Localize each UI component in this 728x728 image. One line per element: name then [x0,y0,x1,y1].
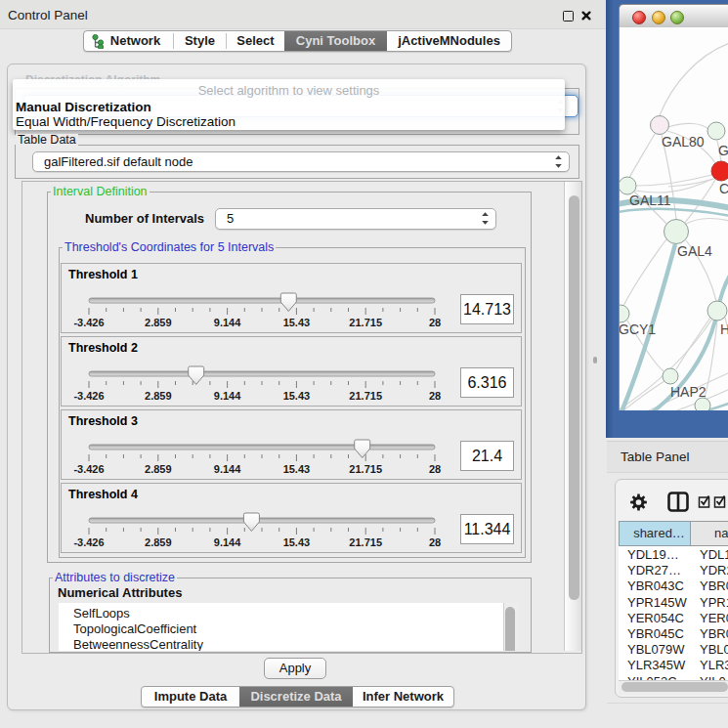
svg-text:C: C [719,181,728,196]
svg-text:9.144: 9.144 [214,317,241,328]
svg-text:21.715: 21.715 [349,536,382,548]
svg-text:9.144: 9.144 [214,536,241,548]
svg-text:GA: GA [718,143,728,158]
svg-text:9.144: 9.144 [214,390,241,402]
svg-text:HAP2: HAP2 [670,384,707,400]
svg-text:15.43: 15.43 [283,390,311,402]
svg-text:28: 28 [429,463,441,475]
svg-text:15.43: 15.43 [283,536,311,548]
svg-text:-3.426: -3.426 [73,463,104,475]
svg-text:15.43: 15.43 [283,317,311,328]
svg-text:GCY1: GCY1 [620,321,656,337]
svg-text:28: 28 [429,536,441,548]
svg-text:15.43: 15.43 [283,463,311,475]
svg-text:9.144: 9.144 [214,463,241,475]
svg-text:2.859: 2.859 [145,463,172,475]
svg-text:28: 28 [429,317,441,328]
svg-text:21.715: 21.715 [349,390,382,402]
svg-text:28: 28 [429,390,441,402]
svg-text:GAL11: GAL11 [629,193,671,208]
svg-text:GAL4: GAL4 [677,243,712,259]
svg-text:-3.426: -3.426 [73,390,104,402]
svg-text:-3.426: -3.426 [73,317,104,328]
svg-text:-3.426: -3.426 [73,536,104,548]
svg-text:21.715: 21.715 [349,317,382,328]
svg-text:H: H [720,321,728,337]
svg-text:2.859: 2.859 [145,536,172,548]
svg-text:2.859: 2.859 [145,317,172,328]
svg-text:21.715: 21.715 [349,463,382,475]
svg-text:2.859: 2.859 [145,390,172,402]
svg-text:GAL80: GAL80 [662,134,705,150]
